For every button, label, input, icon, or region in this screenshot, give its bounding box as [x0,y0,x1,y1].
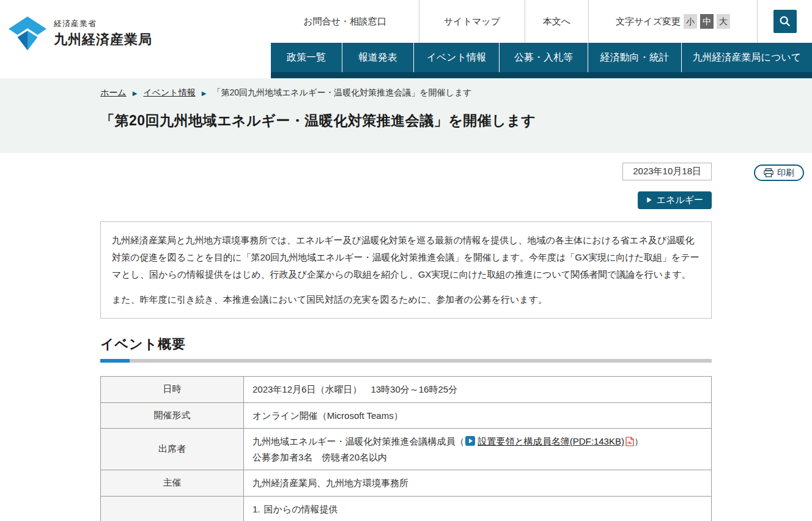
agenda-item-1: 1. 国からの情報提供 [253,501,703,517]
breadcrumb: ホーム ▶ イベント情報 ▶ 「第20回九州地域エネルギー・温暖化対策推進会議」… [100,78,712,98]
logo-text: 経済産業省 九州経済産業局 [54,18,152,49]
main-content: 2023年10月18日 ▶ エネルギー 九州経済産業局と九州地方環境事務所では、… [0,153,812,521]
search-area [757,0,812,43]
pdf-file-icon [626,437,634,446]
table-row-agenda: 1. 国からの情報提供 資源エネルギー庁 環境省 [101,496,712,521]
nav-item-press[interactable]: 報道発表 [342,43,413,72]
row-value-format: オンライン開催（Microsoft Teams） [244,402,712,429]
row-header-datetime: 日時 [101,377,244,403]
row-value-datetime: 2023年12月6日（水曜日） 13時30分～16時25分 [244,377,712,403]
font-size-small-button[interactable]: 小 [684,14,697,29]
site-header: 経済産業省 九州経済産業局 お問合せ・相談窓口 サイトマップ 本文へ 文字サイズ… [0,0,812,78]
tag-arrow-icon: ▶ [646,196,653,205]
table-row-format: 開催形式 オンライン開催（Microsoft Teams） [101,402,712,429]
nav-item-procurement[interactable]: 公募・入札等 [499,43,588,72]
row-value-attendees: 九州地域エネルギー・温暖化対策推進会議構成員（設置要領と構成員名簿(PDF:14… [244,429,712,470]
agenda-number: 1. [253,501,260,517]
breadcrumb-current: 「第20回九州地域エネルギー・温暖化対策推進会議」を開催します [212,87,471,98]
row-header-agenda [101,496,244,521]
utility-sitemap-link[interactable]: サイトマップ [419,0,525,43]
heading-rule-accent [100,359,130,363]
attendees-line-2: 公募参加者3名 傍聴者20名以内 [253,449,703,465]
breadcrumb-home-link[interactable]: ホーム [100,87,127,98]
table-row-datetime: 日時 2023年12月6日（水曜日） 13時30分～16時25分 [101,377,712,403]
nav-item-about[interactable]: 九州経済産業局について [681,43,812,72]
row-value-agenda: 1. 国からの情報提供 資源エネルギー庁 環境省 [244,496,712,521]
search-icon [778,15,792,28]
breadcrumb-arrow-icon: ▶ [133,90,138,97]
global-nav: 政策一覧 報道発表 イベント情報 公募・入札等 経済動向・統計 九州経済産業局に… [271,43,812,72]
row-value-organizer: 九州経済産業局、九州地方環境事務所 [244,470,712,497]
row-header-format: 開催形式 [101,402,244,429]
section-heading: イベント概要 [100,335,712,353]
link-play-icon [465,436,475,446]
event-overview-table: 日時 2023年12月6日（水曜日） 13時30分～16時25分 開催形式 オン… [100,376,712,521]
publish-date: 2023年10月18日 [622,163,712,180]
pdf-document-link[interactable]: 設置要領と構成員名簿(PDF:143KB) [478,436,624,446]
row-header-attendees: 出席者 [101,429,244,470]
agenda-item-label: 国からの情報提供 [264,501,338,517]
font-size-control: 文字サイズ変更 小 中 大 [588,0,757,43]
intro-paragraph-2: また、昨年度に引き続き、本推進会議において国民対話の充実を図るために、参加者の公… [112,291,700,308]
page: 経済産業省 九州経済産業局 お問合せ・相談窓口 サイトマップ 本文へ 文字サイズ… [0,0,812,521]
logo-bureau: 九州経済産業局 [54,31,152,49]
intro-box: 九州経済産業局と九州地方環境事務所では、エネルギー及び温暖化対策を巡る最新の情報… [100,221,712,319]
intro-paragraph-1: 九州経済産業局と九州地方環境事務所では、エネルギー及び温暖化対策を巡る最新の情報… [112,232,700,283]
table-row-attendees: 出席者 九州地域エネルギー・温暖化対策推進会議構成員（設置要領と構成員名簿(PD… [101,429,712,470]
row-header-organizer: 主催 [101,470,244,497]
logo-ministry: 経済産業省 [54,18,152,29]
utility-skip-to-content-link[interactable]: 本文へ [525,0,588,43]
breadcrumb-arrow-icon: ▶ [202,90,207,97]
font-size-large-button[interactable]: 大 [717,14,730,29]
attendees-suffix: ） [634,436,643,446]
font-size-medium-button[interactable]: 中 [700,14,714,29]
font-size-label: 文字サイズ変更 [616,16,681,28]
site-logo[interactable]: 経済産業省 九州経済産業局 [9,16,152,51]
nav-item-statistics[interactable]: 経済動向・統計 [588,43,681,72]
heading-rule [100,359,712,363]
nav-bottom-strip [271,72,812,78]
search-button[interactable] [773,10,797,33]
nav-item-events[interactable]: イベント情報 [413,43,500,72]
heading-rule-rest [130,359,712,363]
attendees-line-1: 九州地域エネルギー・温暖化対策推進会議構成員（設置要領と構成員名簿(PDF:14… [253,434,703,449]
meti-logo-icon [9,16,46,51]
category-tag-label: エネルギー [657,194,703,206]
attendees-prefix: 九州地域エネルギー・温暖化対策推進会議構成員（ [253,436,464,446]
utility-contact-link[interactable]: お問合せ・相談窓口 [271,0,419,43]
utility-bar: お問合せ・相談窓口 サイトマップ 本文へ 文字サイズ変更 小 中 大 [271,0,812,43]
table-row-organizer: 主催 九州経済産業局、九州地方環境事務所 [101,470,712,497]
breadcrumb-events-link[interactable]: イベント情報 [143,87,195,98]
page-title: 「第20回九州地域エネルギー・温暖化対策推進会議」を開催します [100,111,712,130]
category-tag-button[interactable]: ▶ エネルギー [638,191,712,209]
nav-item-policies[interactable]: 政策一覧 [271,43,342,72]
title-band: ホーム ▶ イベント情報 ▶ 「第20回九州地域エネルギー・温暖化対策推進会議」… [0,78,812,153]
